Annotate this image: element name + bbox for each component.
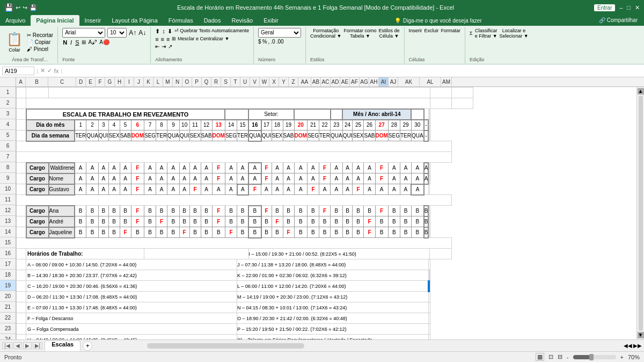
conditional-format-button[interactable]: FormataçãoCondicional ▼ (310, 28, 341, 39)
day-7[interactable]: 7 (144, 120, 156, 131)
row-num-2[interactable]: 2 (0, 98, 16, 108)
day-18[interactable]: 18 (272, 120, 283, 131)
row-num-19[interactable]: 19 (0, 280, 16, 291)
day-15[interactable]: 15 (237, 120, 249, 131)
row-num-23[interactable]: 23 (0, 323, 16, 334)
percent-icon[interactable]: % (262, 39, 267, 45)
n9-d4[interactable]: A (108, 173, 120, 184)
n9-d13[interactable]: F (212, 173, 225, 184)
w-d28[interactable]: A (388, 163, 400, 173)
align-left-icon[interactable]: ≡ (155, 36, 158, 42)
cell-AL1[interactable] (452, 88, 473, 98)
decimal-up-icon[interactable]: .0 (270, 39, 275, 45)
font-size-select[interactable]: 10 (107, 28, 127, 38)
col-header-S[interactable]: S (221, 77, 231, 86)
format-table-button[interactable]: Formatar comoTabela ▼ (344, 28, 377, 39)
cut-button[interactable]: ✂ Recortar (27, 32, 53, 38)
n9-d5[interactable]: A (120, 173, 131, 184)
n9-d10[interactable]: A (179, 173, 189, 184)
col-header-AK[interactable]: AK (398, 77, 420, 86)
rotate-text-icon[interactable]: ↗ (168, 44, 172, 49)
n9-d11[interactable]: A (189, 173, 201, 184)
day-22[interactable]: 22 (319, 120, 331, 131)
n9-d6[interactable]: F (131, 173, 144, 184)
w-d5[interactable]: A (120, 163, 131, 173)
col-header-K[interactable]: K (144, 77, 153, 86)
day-19[interactable]: 19 (283, 120, 294, 131)
border-button[interactable]: ⊞ (82, 39, 86, 45)
scroll-thumb[interactable] (639, 96, 643, 331)
w-d10[interactable]: A (179, 163, 189, 173)
col-header-AH[interactable]: AH (369, 77, 379, 86)
increase-indent-icon[interactable]: ⇥ (162, 44, 166, 49)
day-5[interactable]: 5 (120, 120, 131, 131)
col-header-N[interactable]: N (173, 77, 182, 86)
day-24[interactable]: 24 (342, 120, 353, 131)
redo-icon[interactable]: ↪ (23, 4, 27, 11)
n9-d15[interactable]: A (237, 173, 249, 184)
col-header-V[interactable]: V (250, 77, 260, 86)
col-header-L[interactable]: L (153, 77, 163, 86)
row-num-9[interactable]: 9 (0, 173, 16, 184)
day-23[interactable]: 23 (331, 120, 343, 131)
col-header-T[interactable]: T (231, 77, 240, 86)
w-d6[interactable]: F (131, 163, 144, 173)
underline-button[interactable]: S (75, 39, 79, 46)
row-num-14[interactable]: 14 (0, 227, 16, 237)
entrar-button[interactable]: Entrar (594, 4, 615, 11)
n9-d21[interactable]: A (307, 173, 319, 184)
sheet-nav-last[interactable]: ▶| (33, 342, 43, 349)
n9-d3[interactable]: A (98, 173, 108, 184)
tab-revisao[interactable]: Revisão (226, 15, 258, 26)
col-header-E[interactable]: E (86, 77, 96, 86)
font-family-select[interactable]: Arial (62, 28, 105, 38)
sheet-nav-first[interactable]: |◀ (2, 342, 12, 349)
font-size-down-icon[interactable]: A↓ (138, 29, 146, 37)
zoom-slider[interactable] (573, 355, 616, 359)
day-6[interactable]: 6 (131, 120, 144, 131)
w-d1[interactable]: A (75, 163, 86, 173)
row-num-24[interactable]: 24 (0, 334, 16, 339)
tell-me-bar[interactable]: 💡 Diga-me o que você deseja fazer (284, 15, 592, 26)
sheet-nav-next[interactable]: ▶ (23, 342, 32, 349)
decrease-indent-icon[interactable]: ⇤ (155, 44, 159, 49)
h-scroll-thumb[interactable] (147, 343, 304, 349)
n9-d7[interactable]: A (144, 173, 156, 184)
wrap-text-button[interactable]: ⏎ Quebrar Texto Automaticamente (174, 28, 249, 35)
setor-value-cell[interactable] (294, 109, 330, 120)
day-13[interactable]: 13 (212, 120, 225, 131)
col-header-Q[interactable]: Q (202, 77, 211, 86)
day-4[interactable]: 4 (108, 120, 120, 131)
tab-arquivo[interactable]: Arquivo (0, 15, 31, 26)
vertical-scrollbar[interactable]: ▲ ▼ (636, 87, 644, 339)
w-d29[interactable]: A (400, 163, 411, 173)
cell-AK9[interactable] (429, 173, 430, 184)
col-header-J[interactable]: J (134, 77, 144, 86)
n9-d14[interactable]: A (225, 173, 237, 184)
col-header-M[interactable]: M (163, 77, 173, 86)
w-d9[interactable]: A (167, 163, 180, 173)
n9-d27[interactable]: F (375, 173, 388, 184)
cell-A4[interactable] (17, 120, 26, 131)
minimize-button[interactable]: – (619, 4, 623, 11)
share-button[interactable]: 🔗 Compartilhar (592, 15, 644, 26)
find-select-button[interactable]: Localizar eSelecionar ▼ (500, 28, 529, 39)
row-num-12[interactable]: 12 (0, 205, 16, 216)
cell-A1[interactable] (17, 88, 26, 98)
sheet-tab-escalas[interactable]: Escalas (45, 341, 80, 351)
copy-button[interactable]: 📄 Copiar (27, 39, 53, 45)
w-d24[interactable]: A (342, 163, 353, 173)
formula-input[interactable] (64, 68, 642, 74)
col-header-AF[interactable]: AF (350, 77, 360, 86)
page-layout-icon[interactable]: ⊡ (548, 353, 553, 360)
sort-filter-button[interactable]: Classificare Filtrar ▼ (475, 28, 497, 39)
day-1[interactable]: 1 (75, 120, 86, 131)
cell-AK2[interactable] (430, 98, 452, 109)
col-header-R[interactable]: R (211, 77, 221, 86)
n9-d9[interactable]: A (167, 173, 180, 184)
horizontal-scrollbar[interactable] (94, 343, 619, 349)
tab-exibir[interactable]: Exibir (258, 15, 284, 26)
col-header-G[interactable]: G (105, 77, 115, 86)
col-header-AM[interactable]: AM (441, 77, 452, 86)
row-num-5[interactable]: 5 (0, 130, 16, 141)
